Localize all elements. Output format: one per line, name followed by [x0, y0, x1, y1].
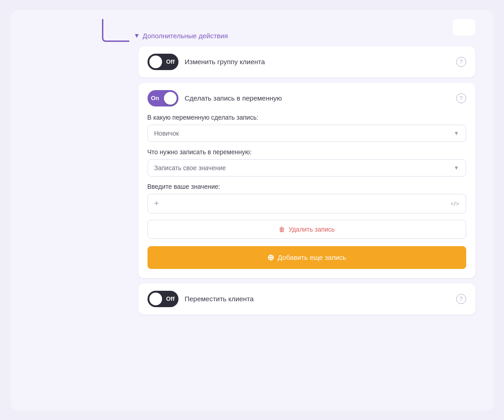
section-header: ▼ Дополнительные действия	[134, 19, 228, 40]
page-container: ▼ Дополнительные действия Off Изменить г…	[11, 10, 494, 410]
delete-record-button[interactable]: 🗑 Удалить запись	[148, 220, 466, 239]
trash-icon: 🗑	[279, 226, 285, 233]
toggle-knob-2	[164, 92, 177, 105]
section-chevron-icon[interactable]: ▼	[134, 32, 140, 39]
field2-chevron-icon: ▼	[454, 165, 459, 171]
action-label-1: Изменить группу клиента	[185, 58, 450, 66]
toggle-change-group[interactable]: Off	[148, 54, 178, 70]
expanded-header: On Сделать запись в переменную ?	[138, 83, 475, 114]
add-record-button[interactable]: ⊕ Добавить еще запись	[148, 246, 466, 269]
toggle-row-3: Off Переместить клиента ?	[148, 291, 466, 307]
field1-label: В какую переменную сделать запись:	[148, 114, 466, 121]
action-label-2: Сделать запись в переменную	[185, 94, 450, 102]
field1-chevron-icon: ▼	[454, 130, 459, 137]
plus-button[interactable]: +	[154, 199, 159, 208]
field2-label: Что нужно записать в переменную:	[148, 148, 466, 156]
card-change-group: Off Изменить группу клиента ?	[138, 46, 475, 77]
top-right-badge	[453, 19, 475, 35]
expanded-body: В какую переменную сделать запись: Нович…	[138, 114, 475, 246]
toggle-row-1: Off Изменить группу клиента ?	[148, 54, 466, 70]
help-icon-3[interactable]: ?	[456, 294, 466, 304]
add-record-label: Добавить еще запись	[278, 253, 346, 261]
section-title: Дополнительные действия	[143, 32, 228, 40]
toggle-off-label-3: Off	[166, 295, 175, 302]
field-variable-name: В какую переменную сделать запись: Нович…	[148, 114, 466, 142]
help-icon-2[interactable]: ?	[456, 93, 466, 103]
field3-label: Введите ваше значение:	[148, 183, 466, 190]
toggle-write-variable[interactable]: On	[148, 90, 178, 106]
toggle-off-label-1: Off	[166, 58, 175, 65]
toggle-knob-3	[149, 293, 162, 305]
help-icon-1[interactable]: ?	[456, 57, 466, 67]
card-move-client: Off Переместить клиента ?	[138, 283, 475, 314]
field-enter-value: Введите ваше значение: + </>	[148, 183, 466, 213]
value-input-row: + </>	[148, 194, 466, 213]
main-content: Off Изменить группу клиента ? On Сделать…	[11, 46, 494, 314]
connector-area: ▼ Дополнительные действия	[11, 19, 494, 42]
add-record-icon: ⊕	[267, 253, 274, 263]
field1-select[interactable]: Новичок ▼	[148, 125, 466, 142]
field1-value: Новичок	[154, 130, 179, 137]
connector-line	[102, 19, 129, 42]
toggle-knob-1	[149, 56, 162, 68]
toggle-move-client[interactable]: Off	[148, 291, 178, 307]
delete-label: Удалить запись	[289, 226, 335, 233]
action-label-3: Переместить клиента	[185, 295, 450, 303]
card-write-variable: On Сделать запись в переменную ? В какую…	[138, 83, 475, 278]
field-what-to-write: Что нужно записать в переменную: Записат…	[148, 148, 466, 177]
field2-value: Записать свое значение	[154, 164, 226, 172]
code-icon[interactable]: </>	[451, 200, 459, 207]
toggle-on-label-2: On	[151, 95, 159, 101]
field2-select[interactable]: Записать свое значение ▼	[148, 159, 466, 177]
